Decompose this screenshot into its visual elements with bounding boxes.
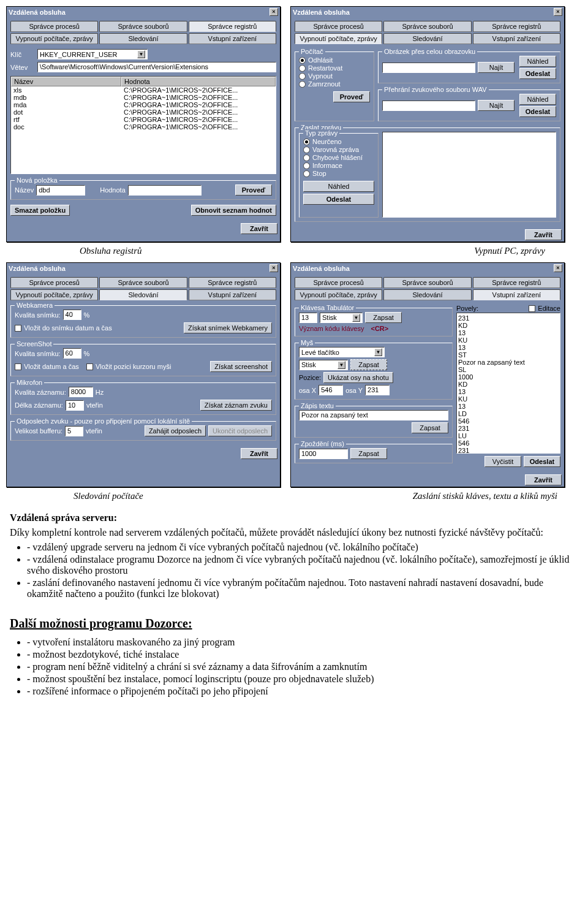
col-name[interactable]: Název [11,77,121,86]
list-item[interactable]: KD [458,381,559,388]
check-edit[interactable]: Editace [529,305,560,312]
tab-shutdown[interactable]: Vypnoutí počítače, zprávy [10,33,98,44]
write-button[interactable]: Zapsat [365,312,402,323]
preview-button[interactable]: Náhled [519,94,556,105]
close-button[interactable]: Zavřít [525,474,562,485]
list-item[interactable]: 13 [458,388,559,395]
tab-monitoring[interactable]: Sledování [99,33,187,44]
screenshot-quality-input[interactable]: 60 [63,348,81,359]
refresh-list-button[interactable]: Obnovit seznam hodnot [191,205,276,216]
execute-button[interactable]: Proveď [333,91,370,102]
close-icon[interactable]: × [554,264,562,272]
tab-registry[interactable]: Správce registrů [473,21,560,32]
list-item[interactable]: 231 [458,447,559,454]
name-input[interactable]: dbd [36,185,85,196]
delay-input[interactable]: 1000 [299,449,348,459]
radio-shutdown[interactable]: Vypnout [299,72,370,80]
delete-item-button[interactable]: Smazat položku [10,205,70,216]
close-button[interactable]: Zavřít [525,229,562,240]
tab-registry[interactable]: Správce registrů [473,277,560,288]
send-button[interactable]: Odeslat [524,456,560,467]
radio-logout[interactable]: Odhlásit [299,56,370,64]
rec-length-input[interactable]: 10 [66,400,84,411]
tab-monitoring[interactable]: Sledování [383,289,471,300]
mouse-button-select[interactable]: Levé tlačítko▼ [299,347,385,357]
list-item[interactable]: KD [458,322,559,329]
close-icon[interactable]: × [270,264,278,272]
list-item[interactable]: KU [458,395,559,403]
list-item[interactable]: ST [458,351,559,359]
chevron-down-icon[interactable]: ▼ [352,314,360,322]
titlebar[interactable]: Vzdálená obsluha × [7,263,280,273]
check-insert-cursor[interactable]: ✓Vložit pozici kurzoru myši [86,363,171,370]
get-webcam-button[interactable]: Získat snímek Webkamery [184,322,272,333]
tab-processes[interactable]: Správce procesů [10,21,98,32]
list-item[interactable]: 231 [458,425,559,432]
tab-registry[interactable]: Správce registrů [189,277,276,288]
commands-list[interactable]: 231KD13KU13STPozor na zapsaný textSL1000… [456,313,560,454]
check-insert-date[interactable]: Vložit do snímku datum a čas [15,324,112,332]
list-item[interactable]: 231 [458,314,559,322]
list-item[interactable]: 546 [458,439,559,447]
write-button[interactable]: Zapsat [350,448,387,459]
radio-stop[interactable]: Stop [303,170,374,177]
registry-list[interactable]: Název Hodnota xlsC:\PROGRA~1\MICROS~2\OF… [10,76,276,174]
list-item[interactable]: 13 [458,403,559,410]
send-button[interactable]: Odeslat [519,106,556,117]
branch-input[interactable]: \Software\Microsoft\Windows\CurrentVersi… [37,62,276,72]
list-item[interactable]: 546 [458,417,559,425]
tab-processes[interactable]: Správce procesů [295,21,382,32]
osax-input[interactable]: 546 [318,385,343,395]
list-item[interactable]: 13 [458,329,559,336]
list-item[interactable]: KU [458,336,559,344]
mouse-action-select[interactable]: Stisk▼ [299,360,348,370]
execute-button[interactable]: Proveď [235,184,272,196]
tab-files[interactable]: Správce souborů [99,21,187,32]
osay-input[interactable]: 231 [365,385,390,395]
radio-restart[interactable]: Restartovat [299,64,370,72]
text-input[interactable]: Pozor na zapsaný text [299,410,448,420]
tab-monitoring[interactable]: Sledování [383,33,471,44]
tab-monitoring[interactable]: Sledování [99,289,187,300]
radio-warning[interactable]: Varovná zpráva [303,146,374,153]
tab-input[interactable]: Vstupní zařízení [473,33,560,44]
tab-input[interactable]: Vstupní zařízení [473,289,560,300]
write-button[interactable]: Zapsat [350,359,387,370]
list-item[interactable]: SL [458,366,559,373]
tab-files[interactable]: Správce souborů [383,277,471,288]
start-listen-button[interactable]: Zahájit odposlech [145,425,206,436]
tab-files[interactable]: Správce souborů [99,277,187,288]
find-button[interactable]: Najít [478,62,514,73]
radio-info[interactable]: Informace [303,162,374,169]
key-select[interactable]: HKEY_CURRENT_USER ▼ [37,49,148,59]
list-item[interactable]: 13 [458,344,559,351]
preview-button[interactable]: Náhled [519,56,556,67]
image-path-input[interactable] [382,63,475,73]
radio-error[interactable]: Chybové hlášení [303,154,374,161]
list-item[interactable]: LD [458,410,559,417]
chevron-down-icon[interactable]: ▼ [374,348,382,356]
list-item[interactable]: LU [458,432,559,439]
tab-processes[interactable]: Správce procesů [295,277,382,288]
find-button[interactable]: Najít [478,100,514,111]
rec-quality-input[interactable]: 8000 [69,387,93,397]
col-value[interactable]: Hodnota [121,77,276,86]
get-audio-button[interactable]: Získat záznam zvuku [200,400,272,411]
radio-freeze[interactable]: Zamrznout [299,80,370,88]
show-axes-button[interactable]: Ukázat osy na shotu [323,372,393,383]
check-insert-date2[interactable]: Vložit datum a čas [15,363,79,370]
tab-registry[interactable]: Správce registrů [189,21,276,32]
webcam-quality-input[interactable]: 40 [63,310,81,320]
value-input[interactable] [128,185,202,196]
keycode-input[interactable]: 13 [299,313,317,323]
tab-shutdown[interactable]: Vypnoutí počítače, zprávy [295,289,382,300]
tab-input[interactable]: Vstupní zařízení [189,289,276,300]
preview-button[interactable]: Náhled [303,181,374,192]
action-select[interactable]: Stisk▼ [320,313,363,323]
message-textarea[interactable] [382,132,556,218]
close-button[interactable]: Zavřít [241,448,277,459]
radio-neurceno[interactable]: Neurčeno [303,138,374,145]
chevron-down-icon[interactable]: ▼ [337,361,345,369]
tab-files[interactable]: Správce souborů [383,21,471,32]
get-screenshot-button[interactable]: Získat screenshot [210,361,272,372]
